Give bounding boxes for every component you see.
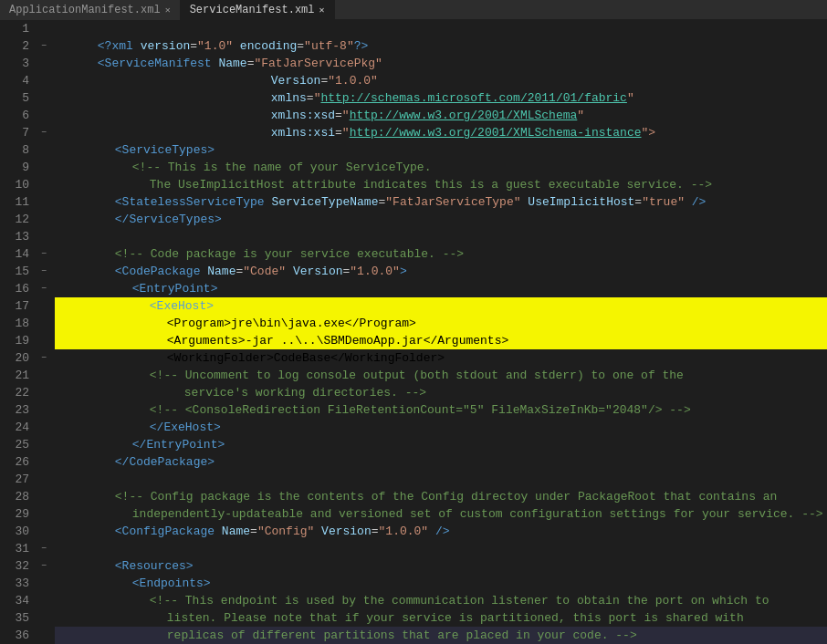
line-num-19: 19 [0, 332, 29, 349]
line-num-34: 34 [0, 592, 29, 609]
line-31: <Resources> [55, 540, 827, 557]
collapse-31[interactable]: − [37, 540, 51, 557]
tab-app-manifest[interactable]: ApplicationManifest.xml ✕ [0, 0, 181, 20]
title-bar: ApplicationManifest.xml ✕ ServiceManifes… [0, 0, 827, 20]
line-num-18: 18 [0, 315, 29, 332]
collapse-34 [37, 592, 51, 609]
collapse-9 [37, 159, 51, 176]
line-num-10: 10 [0, 176, 29, 193]
line-num-23: 23 [0, 401, 29, 419]
collapse-3 [37, 55, 51, 72]
line-num-1: 1 [0, 20, 29, 37]
line-num-24: 24 [0, 419, 29, 436]
collapse-1 [37, 20, 51, 37]
collapse-35 [37, 609, 51, 627]
line-num-11: 11 [0, 193, 29, 211]
collapse-26 [37, 453, 51, 471]
line-num-27: 27 [0, 471, 29, 488]
collapse-21 [37, 367, 51, 384]
tab-app-manifest-label: ApplicationManifest.xml [9, 4, 161, 16]
collapse-10 [37, 176, 51, 193]
collapse-29 [37, 505, 51, 523]
collapse-30 [37, 523, 51, 540]
line-27: <!-- Config package is the contents of t… [55, 471, 827, 488]
collapse-16[interactable]: − [37, 280, 51, 297]
collapse-6 [37, 107, 51, 124]
collapse-13 [37, 228, 51, 245]
collapse-8 [37, 141, 51, 159]
line-1: <?xml version="1.0" encoding="utf-8"?> [55, 20, 827, 37]
collapse-2[interactable]: − [37, 37, 51, 55]
collapse-27 [37, 471, 51, 488]
collapse-19 [37, 332, 51, 349]
tab-service-manifest[interactable]: ServiceManifest.xml ✕ [181, 0, 335, 20]
line-13: <!-- Code package is your service execut… [55, 228, 827, 245]
collapse-25 [37, 436, 51, 453]
line-num-16: 16 [0, 280, 29, 297]
line-num-31: 31 [0, 540, 29, 557]
collapse-4 [37, 72, 51, 89]
collapse-17 [37, 297, 51, 315]
line-num-21: 21 [0, 367, 29, 384]
collapse-28 [37, 488, 51, 505]
editor: 1 2 3 4 5 6 7 8 9 10 11 12 13 14 15 16 1… [0, 20, 827, 644]
line-num-26: 26 [0, 453, 29, 471]
collapse-22 [37, 384, 51, 401]
line-num-33: 33 [0, 575, 29, 592]
collapse-23 [37, 401, 51, 419]
tab-service-manifest-label: ServiceManifest.xml [190, 4, 315, 16]
line-num-20: 20 [0, 349, 29, 367]
line-num-4: 4 [0, 72, 29, 89]
code-content[interactable]: <?xml version="1.0" encoding="utf-8"?> <… [51, 20, 827, 644]
close-app-manifest-icon[interactable]: ✕ [165, 5, 171, 16]
line-num-22: 22 [0, 384, 29, 401]
collapse-11 [37, 193, 51, 211]
line-num-35: 35 [0, 609, 29, 627]
collapse-column: − − − − − − − − [37, 20, 51, 644]
line-num-12: 12 [0, 211, 29, 228]
collapse-15[interactable]: − [37, 263, 51, 280]
line-num-13: 13 [0, 228, 29, 245]
line-num-25: 25 [0, 436, 29, 453]
line-num-30: 30 [0, 523, 29, 540]
close-service-manifest-icon[interactable]: ✕ [319, 5, 325, 16]
collapse-32[interactable]: − [37, 557, 51, 575]
line-num-3: 3 [0, 55, 29, 72]
line-num-28: 28 [0, 488, 29, 505]
line-num-29: 29 [0, 505, 29, 523]
line-num-17: 17 [0, 297, 29, 315]
collapse-36 [37, 627, 51, 644]
collapse-33 [37, 575, 51, 592]
line-numbers: 1 2 3 4 5 6 7 8 9 10 11 12 13 14 15 16 1… [0, 20, 37, 644]
collapse-12 [37, 211, 51, 228]
line-num-8: 8 [0, 141, 29, 159]
collapse-7[interactable]: − [37, 124, 51, 141]
line-num-9: 9 [0, 159, 29, 176]
collapse-5 [37, 89, 51, 107]
collapse-24 [37, 419, 51, 436]
line-num-6: 6 [0, 107, 29, 124]
line-num-14: 14 [0, 245, 29, 263]
line-num-32: 32 [0, 557, 29, 575]
line-num-5: 5 [0, 89, 29, 107]
line-num-2: 2 [0, 37, 29, 55]
collapse-20[interactable]: − [37, 349, 51, 367]
line-num-36: 36 [0, 627, 29, 644]
collapse-14[interactable]: − [37, 245, 51, 263]
line-num-7: 7 [0, 124, 29, 141]
line-num-15: 15 [0, 263, 29, 280]
collapse-18 [37, 315, 51, 332]
